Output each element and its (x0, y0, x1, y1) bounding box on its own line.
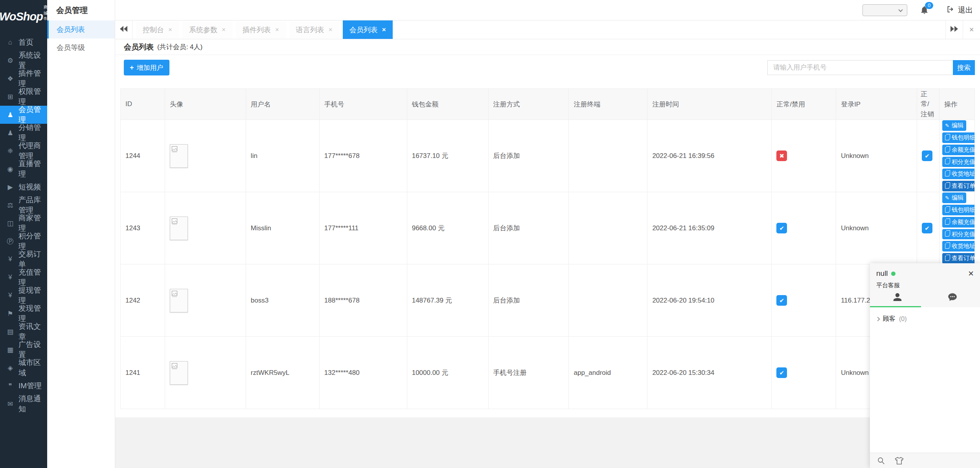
status-toggle[interactable]: ✔ (776, 367, 787, 378)
sidebar-item-message-notifications[interactable]: ✉消息通知 (0, 395, 47, 413)
sidebar-item-agent-management[interactable]: ❈代理商管理 (0, 142, 47, 160)
product-library-icon: ⚖ (5, 201, 15, 209)
cell-wallet: 148767.39 元 (407, 264, 489, 336)
broken-image-icon (172, 292, 178, 299)
sidebar-item-trade-orders[interactable]: ¥交易订单 (0, 250, 47, 268)
tabs-scroll-right-button[interactable] (945, 20, 963, 39)
cell-phone: 132*****480 (320, 337, 407, 409)
action-button-4[interactable]: 收货地址 (942, 169, 975, 179)
sidebar-item-system-settings[interactable]: ⚙系统设置 (0, 51, 47, 70)
tab-2[interactable]: 系统参数× (182, 20, 232, 39)
notifications-button[interactable]: 0 (920, 6, 929, 15)
sidebar-item-label: 交易订单 (18, 249, 47, 270)
sidebar-item-discovery-management[interactable]: ⚑发现管理 (0, 305, 47, 323)
sidebar-item-city-areas[interactable]: ◈城市区域 (0, 359, 47, 377)
chat-tab-conversations[interactable] (925, 292, 980, 304)
cell-username: boss3 (246, 264, 320, 336)
cell-reg-method: 后台添加 (489, 192, 569, 264)
sidebar-item-merchant-management[interactable]: ◫商家管理 (0, 214, 47, 232)
account-active-toggle[interactable]: ✔ (922, 150, 932, 161)
tab-close-icon[interactable]: × (168, 26, 172, 34)
tab-close-icon[interactable]: × (329, 26, 333, 34)
sidebar-item-permission-management[interactable]: ⊞权限管理 (0, 88, 47, 106)
status-toggle[interactable]: ✔ (776, 223, 787, 233)
add-user-button[interactable]: + 增加用户 (124, 60, 169, 75)
subsidebar-item-member-list[interactable]: 会员列表 (47, 20, 115, 39)
customer-group-count: (0) (899, 316, 907, 323)
tab-label: 会员列表 (349, 25, 378, 35)
sign-out-icon (946, 5, 954, 15)
tshirt-icon[interactable] (895, 457, 904, 465)
sidebar-item-label: 消息通知 (18, 394, 47, 414)
tab-3[interactable]: 插件列表× (236, 20, 286, 39)
language-select[interactable] (862, 4, 907, 16)
action-button-edit[interactable]: ✎编辑 (942, 120, 966, 131)
tab-close-icon[interactable]: × (222, 26, 226, 34)
cell-login-ip: Unknown (836, 192, 917, 264)
action-button-5[interactable]: 查看订单 (942, 253, 975, 264)
sidebar-item-label: 短视频 (18, 182, 41, 192)
sidebar-item-live-management[interactable]: ◉直播管理 (0, 160, 47, 178)
sidebar-item-product-library[interactable]: ⚖产品库管理 (0, 196, 47, 214)
withdrawal-management-icon: ¥ (5, 292, 15, 299)
action-button-2[interactable]: 余额充值 (942, 145, 975, 155)
document-icon (945, 244, 949, 249)
sidebar-item-recharge-management[interactable]: ¥充值管理 (0, 268, 47, 286)
sidebar-item-news-articles[interactable]: ▤资讯文章 (0, 323, 47, 341)
tab-4[interactable]: 语言列表× (289, 20, 339, 39)
search-button[interactable]: 搜索 (953, 60, 975, 75)
plugin-management-icon: ❖ (5, 75, 15, 83)
search-input[interactable] (767, 60, 953, 75)
avatar (170, 289, 188, 312)
tabs-close-button[interactable]: × (963, 20, 980, 39)
sidebar-item-points-management[interactable]: Ⓟ积分管理 (0, 232, 47, 250)
action-button-3[interactable]: 积分充值 (942, 229, 975, 240)
action-button-4[interactable]: 收货地址 (942, 241, 975, 251)
tab-close-icon[interactable]: × (382, 26, 386, 34)
customer-group-row[interactable]: 顾客 (0) (870, 307, 980, 330)
cell-status: ✖ (772, 120, 836, 192)
search-icon[interactable] (877, 457, 885, 465)
pencil-icon: ✎ (945, 195, 949, 201)
cell-actions: ✎编辑钱包明细余额充值积分充值收货地址查看订单 (940, 120, 975, 192)
tab-close-icon[interactable]: × (275, 26, 279, 34)
chat-close-button[interactable]: × (968, 269, 974, 278)
status-toggle[interactable]: ✔ (776, 295, 787, 306)
cell-reg-method: 后台添加 (489, 264, 569, 336)
tab-1[interactable]: 控制台× (136, 20, 179, 39)
subsidebar-item-member-level[interactable]: 会员等级 (47, 39, 115, 57)
sidebar-item-ad-settings[interactable]: ▦广告设置 (0, 341, 47, 359)
tab-5[interactable]: 会员列表× (343, 20, 393, 39)
sidebar-item-im-management[interactable]: ❞IM管理 (0, 377, 47, 395)
main-sidebar: WoShop 商城® ⌂首页⚙系统设置❖插件管理⊞权限管理♟会员管理♟分销管理❈… (0, 0, 47, 468)
sidebar-item-member-management[interactable]: ♟会员管理 (0, 106, 47, 124)
action-button-5[interactable]: 查看订单 (942, 181, 975, 191)
tabs-scroll-left-button[interactable] (115, 20, 132, 39)
action-button-1[interactable]: 钱包明细 (942, 132, 975, 143)
sidebar-item-withdrawal-management[interactable]: ¥提现管理 (0, 286, 47, 305)
chat-tab-contacts[interactable] (870, 292, 925, 304)
status-toggle[interactable]: ✖ (776, 150, 787, 161)
cell-id: 1243 (121, 192, 165, 264)
document-icon (945, 135, 949, 140)
table-header-row: ID头像用户名手机号钱包金额注册方式注册终端注册时间正常/禁用登录IP正常/注销… (121, 89, 975, 120)
action-button-2[interactable]: 余额充值 (942, 217, 975, 228)
cell-username: lin (246, 120, 320, 192)
tab-label: 系统参数 (189, 25, 217, 35)
account-active-toggle[interactable]: ✔ (922, 223, 932, 233)
chat-header: null × 平台客服 (870, 263, 980, 307)
cell-wallet: 9668.00 元 (407, 192, 489, 264)
customer-group-label: 顾客 (883, 315, 895, 323)
action-button-edit[interactable]: ✎编辑 (942, 193, 966, 203)
sidebar-item-plugin-management[interactable]: ❖插件管理 (0, 70, 47, 88)
sidebar-item-distribution-management[interactable]: ♟分销管理 (0, 124, 47, 142)
logout-button[interactable]: 退出 (946, 5, 973, 15)
action-button-3[interactable]: 积分充值 (942, 157, 975, 167)
sidebar-item-short-video[interactable]: ▶短视频 (0, 178, 47, 196)
sidebar-item-label: 产品库管理 (18, 195, 47, 215)
app-logo[interactable]: WoShop 商城® (0, 0, 47, 33)
notification-badge: 0 (925, 2, 933, 9)
sidebar-item-label: 权限管理 (18, 86, 47, 107)
action-button-1[interactable]: 钱包明细 (942, 205, 975, 215)
sidebar-item-home[interactable]: ⌂首页 (0, 33, 47, 51)
